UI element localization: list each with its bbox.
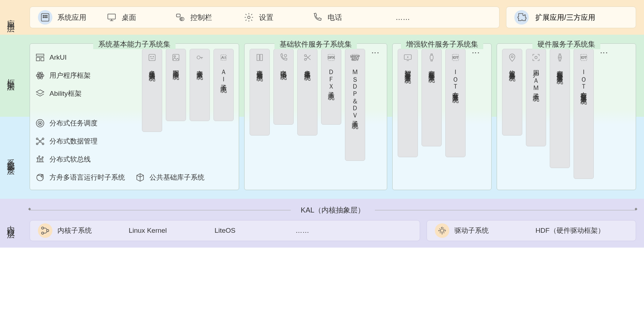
svg-text:DFX: DFX	[328, 55, 335, 59]
svg-point-26	[36, 143, 38, 145]
svg-point-72	[439, 228, 445, 233]
svg-point-34	[37, 158, 38, 159]
base-software-group: 基础软件服务子系统集 事件通知子系统 电话子系统 多媒体子系统 DFXＤＦＸ子系…	[244, 43, 387, 190]
svg-point-23	[39, 123, 41, 124]
scissors-icon	[303, 53, 312, 62]
enhanced-more: ⋮	[469, 49, 482, 57]
ai-icon: A I	[219, 53, 228, 62]
dfx-card: DFXＤＦＸ子系统	[321, 49, 341, 125]
watch-hw-icon	[555, 53, 565, 62]
watch-icon	[427, 53, 436, 62]
ability-framework-item: Ability框架	[35, 86, 137, 101]
svg-text:IOT: IOT	[453, 55, 458, 59]
system-apps-label: 系统应用	[57, 13, 86, 22]
svg-point-68	[42, 227, 44, 229]
branch-icon	[38, 223, 52, 238]
target-icon	[35, 118, 45, 128]
svg-rect-15	[36, 57, 40, 61]
arkui-item: ArkUI	[35, 50, 137, 65]
kernel-layer-label: 内核层	[0, 199, 22, 248]
layout-icon	[35, 52, 45, 63]
msdp-icon: MSDP&DV	[350, 53, 360, 62]
svg-point-2	[45, 15, 46, 16]
phone-icon	[312, 12, 323, 22]
atom-icon	[35, 70, 45, 81]
monitor-icon	[107, 12, 117, 22]
svg-point-25	[42, 138, 44, 140]
svg-point-44	[174, 56, 176, 57]
kernel-sub-item: 内核子系统	[38, 223, 103, 238]
multimedia-card: 多媒体子系统	[297, 49, 317, 136]
nodes-icon	[35, 136, 45, 146]
scan-icon	[531, 53, 541, 62]
svg-text:IOT: IOT	[581, 55, 587, 59]
kernel-layer: 内核层 KAL（内核抽象层） 内核子系统 Linux Kernel LiteOS…	[0, 199, 644, 248]
svg-rect-40	[149, 54, 155, 60]
svg-point-3	[46, 15, 47, 16]
framework-service-layers: 框架层 系统服务层 系统基本能力子系统集 ArkUI 用户程序框架 Abilit…	[0, 35, 644, 199]
bus-icon	[35, 154, 45, 164]
msdp-card: MSDP&DVＭＳＤＰ＆ＤＶ子系统	[345, 49, 365, 161]
svg-point-35	[39, 156, 40, 157]
multi-input-card: 多模输入子系统	[142, 49, 162, 132]
svg-rect-10	[177, 14, 181, 17]
svg-point-1	[43, 15, 44, 16]
basic-capability-group: 系统基本能力子系统集 ArkUI 用户程序框架 Ability框架 分布式任务调…	[30, 43, 239, 190]
svg-point-49	[304, 55, 306, 56]
svg-rect-14	[36, 54, 44, 56]
svg-rect-16	[41, 57, 44, 61]
settings-item: 设置	[244, 12, 298, 22]
enhanced-software-group: 增强软件服务子系统集 智慧屏专有业务子系统 穿戴专有业务子系统 IOTＩＯＴ专有…	[392, 43, 492, 190]
iot-card: IOTＩＯＴ专有业务子系统	[445, 49, 466, 157]
base-sw-more: ⋮	[369, 49, 382, 57]
extended-apps-label: 扩展应用/三方应用	[535, 13, 595, 22]
driver-subsystem-box: 驱动子系统 HDF（硬件驱动框架）	[427, 220, 636, 241]
more-apps: ……	[381, 13, 424, 22]
smart-screen-card: 智慧屏专有业务子系统	[398, 49, 418, 157]
user-iam-card: 用户ＩＡＭ子系统	[526, 49, 546, 146]
iot-hw-card: IOTＩＯＴ专有硬件服务子系统	[574, 49, 594, 179]
hdf-item: HDF（硬件驱动框架）	[512, 226, 628, 235]
iot-hw-icon: IOT	[579, 53, 588, 62]
svg-point-41	[151, 56, 151, 57]
control-icon	[175, 12, 185, 22]
svg-point-18	[36, 74, 44, 77]
svg-point-70	[47, 230, 49, 232]
phone-gear-icon	[279, 53, 288, 62]
telephony-card: 电话子系统	[273, 49, 294, 125]
app-grid-icon	[38, 10, 52, 25]
linux-kernel-item: Linux Kernel	[115, 227, 180, 235]
svg-point-27	[42, 143, 44, 145]
system-apps-item: 系统应用	[38, 10, 92, 25]
framework-layer-label: 框架层	[0, 35, 22, 117]
ark-runtime-item: 方舟多语言运行时子系统	[35, 170, 125, 185]
lock-icon	[195, 53, 204, 62]
svg-point-13	[248, 16, 250, 19]
svg-point-12	[181, 18, 182, 20]
desktop-item: 桌面	[107, 12, 161, 22]
svg-point-71	[440, 229, 444, 232]
kal-header: KAL（内核抽象层）	[30, 205, 636, 215]
svg-point-57	[407, 57, 408, 57]
service-layer-label: 系统服务层	[0, 117, 22, 199]
driver-sub-item: 驱动子系统	[435, 223, 500, 238]
svg-point-48	[284, 54, 287, 57]
system-apps-box: 系统应用 桌面 控制栏 设置 电话	[30, 7, 500, 28]
svg-point-36	[40, 158, 42, 160]
svg-text:A I: A I	[221, 55, 225, 59]
location-card: 位置服务子系统	[502, 49, 522, 136]
extended-apps-box: 扩展应用/三方应用	[506, 7, 636, 28]
orbit-icon	[35, 172, 45, 183]
svg-point-62	[511, 56, 513, 57]
svg-point-37	[42, 156, 43, 158]
image-icon	[171, 53, 181, 62]
user-framework-item: 用户程序框架	[35, 68, 137, 83]
svg-rect-64	[558, 55, 562, 60]
kernel-subsystem-box: 内核子系统 Linux Kernel LiteOS ……	[30, 220, 420, 241]
svg-rect-59	[430, 55, 433, 60]
dist-data-item: 分布式数据管理	[35, 134, 137, 149]
svg-point-50	[304, 59, 306, 60]
control-bar-item: 控制栏	[175, 12, 229, 22]
svg-point-17	[39, 75, 41, 77]
puzzle-icon	[514, 10, 529, 25]
